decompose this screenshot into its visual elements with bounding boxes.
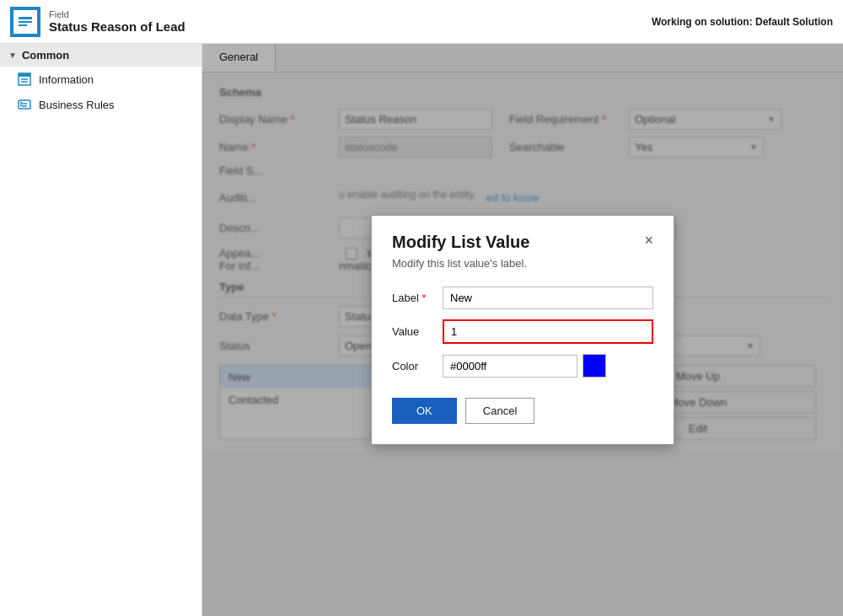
header-title: Status Reason of Lead	[49, 19, 185, 34]
sidebar-arrow-icon: ▼	[8, 51, 17, 60]
modal-overlay: Modify List Value × Modify this list val…	[202, 44, 843, 616]
modal-color-field-label: Color	[392, 360, 434, 372]
sidebar-section-header-common[interactable]: ▼ Common	[0, 44, 201, 67]
modal-ok-button[interactable]: OK	[392, 398, 457, 424]
sidebar-item-business-rules[interactable]: Business Rules	[0, 92, 201, 117]
svg-rect-11	[20, 104, 22, 106]
modify-list-value-modal: Modify List Value × Modify this list val…	[371, 215, 674, 445]
content-area: General Schema Display Name *	[202, 44, 843, 616]
svg-rect-0	[19, 17, 32, 19]
header-left: Field Status Reason of Lead	[10, 7, 185, 37]
modal-close-button[interactable]: ×	[644, 233, 653, 248]
svg-rect-4	[19, 73, 30, 77]
field-icon-inner	[13, 10, 37, 34]
modal-label-required: *	[422, 292, 426, 304]
svg-rect-2	[19, 24, 27, 26]
modal-label-input[interactable]	[443, 287, 653, 309]
field-icon	[10, 7, 40, 37]
modal-value-field: Value	[392, 319, 653, 344]
field-svg-icon	[17, 13, 34, 30]
modal-title: Modify List Value	[392, 233, 529, 252]
modal-subtitle: Modify this list value's label.	[392, 257, 653, 270]
sidebar-section-label: Common	[22, 49, 69, 62]
sidebar-item-rules-label: Business Rules	[39, 99, 115, 111]
modal-cancel-button[interactable]: Cancel	[465, 398, 534, 424]
sidebar-item-info-label: Information	[39, 73, 94, 86]
modal-color-input[interactable]	[443, 355, 577, 378]
modal-label-field-label: Label *	[392, 292, 434, 304]
svg-rect-1	[19, 21, 32, 23]
modal-header: Modify List Value ×	[392, 233, 653, 252]
modal-color-input-row	[443, 354, 606, 378]
app-header: Field Status Reason of Lead Working on s…	[0, 0, 843, 44]
modal-color-row: Color	[392, 354, 653, 378]
sidebar-item-information[interactable]: Information	[0, 67, 201, 92]
modal-buttons: OK Cancel	[392, 398, 653, 424]
sidebar-section-common: ▼ Common Information	[0, 44, 201, 117]
modal-color-field: Color	[392, 354, 653, 378]
main-layout: ▼ Common Information	[0, 44, 843, 616]
info-icon	[17, 72, 32, 87]
modal-value-field-label: Value	[392, 325, 434, 338]
svg-rect-10	[20, 102, 22, 104]
sidebar: ▼ Common Information	[0, 44, 202, 616]
modal-label-row: Label *	[392, 287, 653, 309]
header-entity: Field	[49, 9, 185, 19]
header-titles: Field Status Reason of Lead	[49, 9, 185, 34]
modal-color-preview[interactable]	[583, 354, 606, 378]
modal-value-row: Value	[392, 319, 653, 344]
modal-value-input[interactable]	[443, 319, 653, 344]
modal-label-field: Label *	[392, 287, 653, 309]
rules-icon	[17, 97, 32, 112]
working-on-label: Working on solution: Default Solution	[652, 16, 833, 28]
